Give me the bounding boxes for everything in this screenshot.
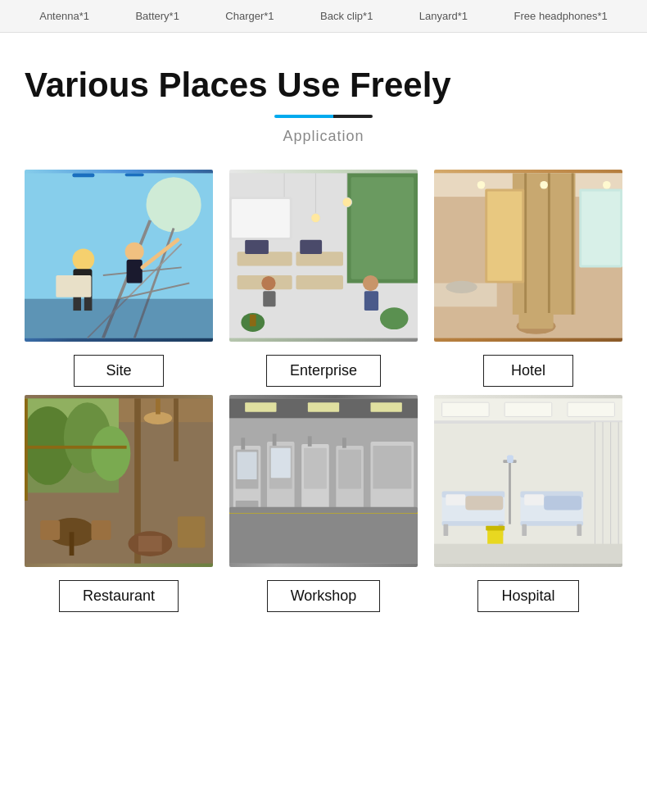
svg-rect-7 <box>25 299 213 338</box>
svg-rect-15 <box>125 173 144 176</box>
svg-rect-117 <box>442 521 505 526</box>
svg-rect-13 <box>56 275 91 297</box>
restaurant-label: Restaurant <box>59 580 179 612</box>
top-bar-item-battery: Battery*1 <box>135 10 179 22</box>
svg-rect-69 <box>174 398 179 461</box>
svg-rect-73 <box>70 532 75 556</box>
svg-rect-103 <box>229 507 418 514</box>
svg-point-64 <box>91 426 130 481</box>
grid-item-workshop: Workshop <box>229 395 418 612</box>
svg-rect-129 <box>577 524 581 536</box>
svg-rect-74 <box>40 520 60 540</box>
svg-rect-37 <box>232 199 290 238</box>
svg-point-53 <box>446 281 477 293</box>
svg-rect-133 <box>486 526 504 531</box>
svg-rect-94 <box>304 448 327 489</box>
svg-point-8 <box>72 248 94 270</box>
hospital-label: Hospital <box>477 580 578 612</box>
svg-rect-32 <box>300 240 322 254</box>
top-bar-item-lanyard: Lanyard*1 <box>419 10 468 22</box>
svg-rect-78 <box>178 516 206 547</box>
svg-rect-99 <box>241 438 245 449</box>
svg-rect-84 <box>308 402 339 412</box>
title-section: Various Places Use Freely Application <box>25 66 622 145</box>
image-grid-row2: Restaurant <box>25 395 622 612</box>
svg-rect-9 <box>72 173 94 177</box>
svg-rect-49 <box>487 191 522 280</box>
svg-rect-12 <box>84 295 93 311</box>
svg-rect-75 <box>91 520 111 540</box>
svg-rect-80 <box>229 509 418 564</box>
svg-rect-96 <box>338 450 361 489</box>
svg-rect-88 <box>238 452 257 480</box>
svg-rect-101 <box>308 436 312 446</box>
grid-item-site: Site <box>25 170 213 387</box>
svg-point-24 <box>311 213 321 223</box>
svg-rect-51 <box>581 191 620 265</box>
svg-rect-16 <box>127 260 143 284</box>
svg-rect-30 <box>296 275 342 289</box>
svg-rect-55 <box>519 313 554 329</box>
workshop-label: Workshop <box>267 580 381 612</box>
svg-rect-47 <box>572 173 574 315</box>
page-title: Various Places Use Freely <box>25 66 622 105</box>
svg-point-35 <box>380 307 409 329</box>
svg-rect-120 <box>446 494 465 505</box>
svg-point-26 <box>342 197 352 207</box>
enterprise-image <box>229 170 418 342</box>
svg-rect-46 <box>548 173 550 315</box>
svg-rect-110 <box>591 422 622 556</box>
svg-rect-65 <box>25 398 28 501</box>
svg-rect-98 <box>373 446 411 489</box>
svg-rect-102 <box>342 438 346 447</box>
top-bar-item-backclip: Back clip*1 <box>320 10 373 22</box>
svg-rect-118 <box>444 524 449 536</box>
svg-rect-77 <box>138 536 162 551</box>
svg-point-40 <box>261 276 275 290</box>
image-grid-row1: Site <box>25 170 622 387</box>
svg-rect-71 <box>156 398 161 414</box>
hotel-image <box>434 170 622 342</box>
svg-rect-128 <box>522 524 527 536</box>
svg-point-56 <box>477 181 486 189</box>
top-bar-item-antenna: Antenna*1 <box>39 10 89 22</box>
grid-item-restaurant: Restaurant <box>25 395 213 612</box>
svg-rect-121 <box>465 496 503 510</box>
grid-item-hotel: Hotel <box>434 170 622 387</box>
svg-rect-127 <box>520 521 583 526</box>
svg-point-58 <box>603 181 611 189</box>
svg-rect-45 <box>524 173 527 315</box>
svg-rect-39 <box>364 291 378 311</box>
svg-rect-108 <box>568 402 615 416</box>
svg-rect-100 <box>273 434 277 446</box>
enterprise-label: Enterprise <box>266 355 381 387</box>
svg-rect-130 <box>524 494 544 505</box>
svg-rect-106 <box>442 402 490 416</box>
site-image <box>25 170 213 342</box>
grid-item-hospital: Hospital <box>434 395 622 612</box>
grid-item-enterprise: Enterprise <box>229 170 418 387</box>
svg-rect-66 <box>25 446 127 449</box>
svg-rect-131 <box>544 496 581 510</box>
svg-rect-85 <box>371 402 402 412</box>
svg-rect-20 <box>351 177 414 279</box>
svg-rect-134 <box>434 544 622 564</box>
svg-point-1 <box>147 177 201 232</box>
svg-rect-41 <box>263 291 275 306</box>
svg-rect-11 <box>73 295 81 311</box>
restaurant-image <box>25 395 213 567</box>
top-bar: Antenna*1 Battery*1 Charger*1 Back clip*… <box>0 0 647 33</box>
svg-rect-122 <box>509 461 511 524</box>
hospital-image <box>434 395 622 567</box>
svg-rect-107 <box>504 402 552 416</box>
svg-rect-31 <box>245 240 269 254</box>
svg-point-38 <box>363 275 378 291</box>
hotel-label: Hotel <box>483 355 573 387</box>
site-label: Site <box>74 355 164 387</box>
page-subtitle: Application <box>25 128 622 145</box>
main-content: Various Places Use Freely Application <box>0 33 647 645</box>
svg-rect-34 <box>250 315 256 326</box>
svg-point-14 <box>125 243 144 261</box>
svg-rect-83 <box>245 402 276 412</box>
svg-rect-92 <box>271 448 291 478</box>
